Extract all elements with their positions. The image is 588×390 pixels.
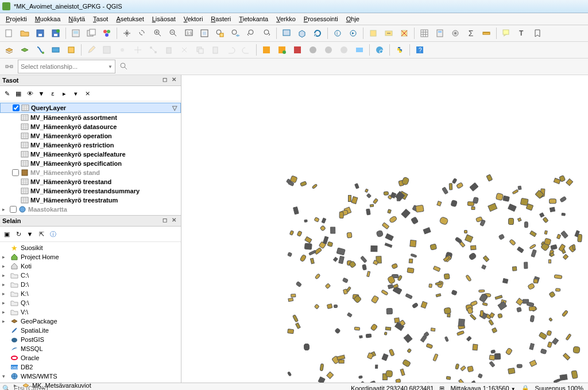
map-feature[interactable]	[439, 216, 448, 225]
new-shapefile-button[interactable]	[33, 43, 47, 57]
map-feature[interactable]	[529, 231, 537, 237]
map-feature[interactable]	[385, 327, 392, 331]
map-feature[interactable]	[540, 349, 547, 354]
expander-icon[interactable]: ▸	[2, 318, 8, 324]
map-feature[interactable]	[566, 178, 573, 186]
browser-row[interactable]: Oracle	[0, 353, 181, 362]
map-feature[interactable]	[498, 233, 505, 240]
map-feature[interactable]	[325, 283, 331, 289]
expander-icon[interactable]: ▸	[2, 291, 8, 297]
map-feature[interactable]	[512, 189, 519, 194]
map-feature[interactable]	[381, 353, 389, 361]
map-feature[interactable]	[502, 278, 508, 284]
map-feature[interactable]	[319, 363, 324, 370]
zoom-selection-button[interactable]	[213, 26, 227, 40]
map-feature[interactable]	[407, 348, 412, 353]
map-feature[interactable]	[402, 358, 411, 367]
map-feature[interactable]	[396, 379, 401, 383]
browser-panel-header[interactable]: Selain ◻✕	[0, 216, 181, 227]
map-feature[interactable]	[386, 308, 393, 314]
expander-icon[interactable]: ▸	[2, 206, 8, 212]
cut-button[interactable]	[177, 43, 191, 57]
map-feature[interactable]	[565, 333, 571, 341]
layer-filter-icon[interactable]: ▼	[37, 89, 46, 98]
map-feature[interactable]	[375, 365, 378, 369]
map-feature[interactable]	[366, 271, 370, 277]
browser-row[interactable]: ▾WMS/WMTS	[0, 372, 181, 381]
map-feature[interactable]	[291, 294, 296, 298]
map-feature[interactable]	[572, 346, 581, 354]
map-feature[interactable]	[366, 209, 371, 216]
browser-row[interactable]: ▸GeoPackage	[0, 317, 181, 326]
browser-row[interactable]: ▸C:\	[0, 271, 181, 280]
layout-manager-button[interactable]	[84, 26, 98, 40]
menu-tasot[interactable]: Tasot	[90, 14, 111, 24]
save-button[interactable]	[33, 26, 47, 40]
map-feature[interactable]	[405, 293, 412, 299]
map-feature[interactable]	[464, 230, 467, 233]
map-feature[interactable]	[543, 217, 549, 223]
browser-row[interactable]: DB2DB2	[0, 362, 181, 372]
map-feature[interactable]	[559, 196, 567, 202]
zoom-full-button[interactable]	[198, 26, 211, 40]
expander-icon[interactable]: ▾	[2, 373, 8, 379]
map-feature[interactable]	[550, 252, 555, 258]
browser-refresh-icon[interactable]: ↻	[14, 229, 23, 239]
map-feature[interactable]	[332, 257, 338, 262]
map-feature[interactable]	[304, 219, 308, 223]
zoom-out-button[interactable]	[167, 26, 180, 40]
close-icon[interactable]: ✕	[172, 77, 179, 84]
map-feature[interactable]	[292, 314, 299, 322]
map-feature[interactable]	[544, 237, 551, 245]
map-feature[interactable]	[428, 283, 432, 288]
map-feature[interactable]	[458, 379, 465, 383]
refresh-button[interactable]	[311, 26, 324, 40]
map-feature[interactable]	[451, 290, 457, 295]
layer-expr-icon[interactable]: ε	[48, 89, 57, 98]
data-source-button[interactable]	[2, 43, 16, 57]
plugin-4-button[interactable]	[306, 43, 320, 57]
map-feature[interactable]	[389, 348, 395, 356]
expander-icon[interactable]: ▸	[2, 309, 8, 315]
layer-row[interactable]: MV_Hämeenkyrö specialfeature	[0, 150, 181, 159]
layer-row[interactable]: QueryLayer▽	[0, 103, 181, 113]
map-feature[interactable]	[548, 198, 556, 204]
add-feature-button[interactable]	[115, 43, 129, 57]
map-feature[interactable]	[334, 305, 338, 308]
delete-button[interactable]	[162, 43, 176, 57]
browser-row[interactable]: MSSQL	[0, 344, 181, 353]
expander-icon[interactable]: ▸	[2, 282, 8, 287]
zoom-native-button[interactable]: 1:1	[182, 26, 196, 40]
map-feature[interactable]	[295, 323, 301, 330]
map-feature[interactable]	[389, 215, 398, 224]
move-feature-button[interactable]	[131, 43, 145, 57]
layer-row[interactable]: MV_Hämeenkyrö specification	[0, 159, 181, 168]
map-feature[interactable]	[339, 212, 344, 219]
map-feature[interactable]	[572, 244, 576, 249]
map-feature[interactable]	[505, 382, 514, 383]
style-manager-button[interactable]	[100, 26, 114, 40]
stats-button[interactable]: Σ	[464, 26, 478, 40]
map-feature[interactable]	[371, 295, 380, 304]
layer-row[interactable]: MV_Hämeenkyrö datasource	[0, 122, 181, 131]
copy-button[interactable]	[193, 43, 207, 57]
map-feature[interactable]	[336, 247, 346, 255]
map-feature[interactable]	[342, 278, 349, 283]
layer-row[interactable]: MV_Hämeenkyrö treestratum	[0, 196, 181, 205]
map-feature[interactable]	[384, 332, 388, 336]
map-feature[interactable]	[457, 330, 465, 336]
layer-remove-icon[interactable]: ⨯	[83, 89, 92, 98]
map-feature[interactable]	[430, 243, 437, 250]
map-canvas[interactable]	[181, 75, 588, 383]
map-feature[interactable]	[423, 228, 431, 235]
map-feature[interactable]	[512, 267, 517, 271]
map-feature[interactable]	[471, 206, 475, 210]
map-feature[interactable]	[528, 283, 536, 290]
map-feature[interactable]	[478, 373, 483, 379]
map-feature[interactable]	[490, 349, 496, 353]
new-project-button[interactable]	[2, 26, 16, 40]
map-feature[interactable]	[318, 376, 326, 383]
map-feature[interactable]	[304, 243, 312, 250]
map-feature[interactable]	[556, 234, 561, 240]
map-feature[interactable]	[362, 264, 367, 270]
